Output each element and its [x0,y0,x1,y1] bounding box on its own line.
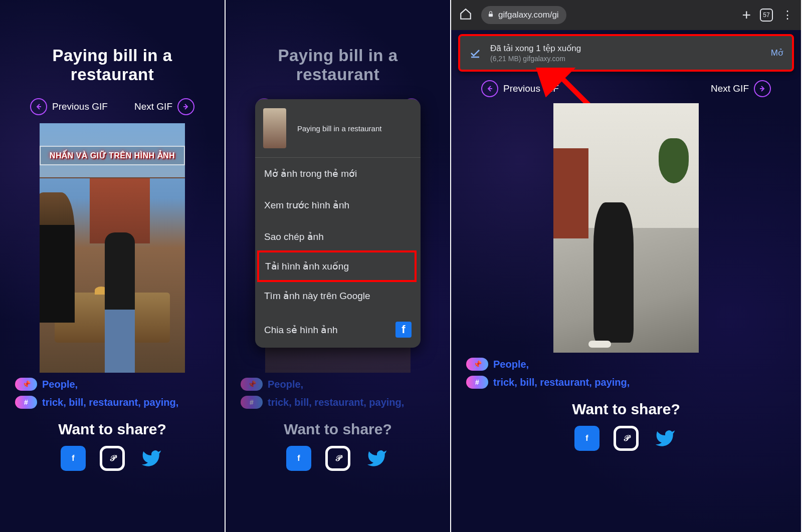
next-gif-button[interactable]: Next GIF [134,98,194,115]
previous-gif-button[interactable]: Previous GIF [30,98,108,115]
toast-title: Đã tải xong 1 tệp xuống [490,43,771,54]
gif-image[interactable] [553,103,699,353]
facebook-icon[interactable]: f [574,426,599,451]
hashtag-links[interactable]: trick, bill, restaurant, paying, [42,397,178,408]
category-row: 📌 People, [0,373,225,391]
share-heading: Want to share? [0,421,225,438]
hashtag-row: # trick, bill, restaurant, paying, [0,391,225,409]
arrow-left-icon [481,80,498,97]
twitter-icon[interactable] [139,446,164,471]
page-title: Paying bill in a restaurant [0,0,225,89]
toast-subtitle: (6,21 MB) gifgalaxy.com [490,54,771,63]
ctx-download-image[interactable]: Tải hình ảnh xuống [257,250,417,282]
previous-gif-button[interactable]: Previous GIF [481,80,559,97]
ctx-copy-image[interactable]: Sao chép ảnh [255,221,421,252]
browser-toolbar: gifgalaxy.com/gi + 57 ⋮ [451,0,801,30]
check-icon [469,47,484,59]
facebook-icon: f [395,322,412,338]
category-row: 📌 People, [451,353,801,371]
hashtag-links[interactable]: trick, bill, restaurant, paying, [493,377,630,388]
ctx-open-new-tab[interactable]: Mở ảnh trong thẻ mới [255,158,421,189]
twitter-icon[interactable] [653,426,678,451]
ctx-search-google[interactable]: Tìm ảnh này trên Google [255,280,421,312]
image-context-menu: Paying bill in a restaurant Mở ảnh trong… [255,99,421,348]
ctx-preview-image[interactable]: Xem trước hình ảnh [255,189,421,221]
hash-icon: # [15,396,37,409]
address-bar[interactable]: gifgalaxy.com/gi [481,6,566,24]
facebook-icon[interactable]: f [61,446,86,471]
pin-icon: 📌 [15,378,37,391]
toast-open-button[interactable]: Mở [771,48,783,58]
category-link[interactable]: People, [493,359,529,370]
gif-nav: Previous GIF Next GIF [0,89,225,120]
svg-rect-0 [489,14,493,17]
instruction-overlay: NHẤN VÀ GIỮ TRÊN HÌNH ẢNH [40,146,185,165]
panel-2: Paying bill in a restaurant Previous GIF… [226,0,451,532]
pinterest-icon[interactable]: 𝒫 [100,446,125,471]
panel-1: Paying bill in a restaurant Previous GIF… [0,0,226,532]
arrow-right-icon [177,98,194,115]
arrow-right-icon [754,80,771,97]
download-toast[interactable]: Đã tải xong 1 tệp xuống (6,21 MB) gifgal… [458,34,794,72]
new-tab-icon[interactable]: + [742,7,751,24]
hash-icon: # [466,376,488,389]
pinterest-icon[interactable]: 𝒫 [614,426,639,451]
pin-icon: 📌 [466,358,488,371]
hashtag-row: # trick, bill, restaurant, paying, [451,371,801,389]
menu-icon[interactable]: ⋮ [782,9,793,22]
next-gif-button[interactable]: Next GIF [711,80,771,97]
context-menu-header: Paying bill in a restaurant [255,99,421,158]
thumbnail-icon [263,108,286,148]
share-heading: Want to share? [451,401,801,418]
share-section: Want to share? f 𝒫 [451,389,801,451]
context-menu-overlay: Paying bill in a restaurant Mở ảnh trong… [226,0,450,532]
share-section: Want to share? f 𝒫 [0,409,225,471]
arrow-left-icon [30,98,47,115]
panel-3: gifgalaxy.com/gi + 57 ⋮ Đã tải xong 1 tệ… [451,0,802,532]
ctx-share-image[interactable]: Chia sẻ hình ảnh f [255,312,421,348]
home-icon[interactable] [459,8,472,23]
gif-image[interactable]: NHẤN VÀ GIỮ TRÊN HÌNH ẢNH [40,123,185,373]
category-link[interactable]: People, [42,379,78,390]
tabs-count[interactable]: 57 [760,9,773,22]
lock-icon [487,10,494,20]
